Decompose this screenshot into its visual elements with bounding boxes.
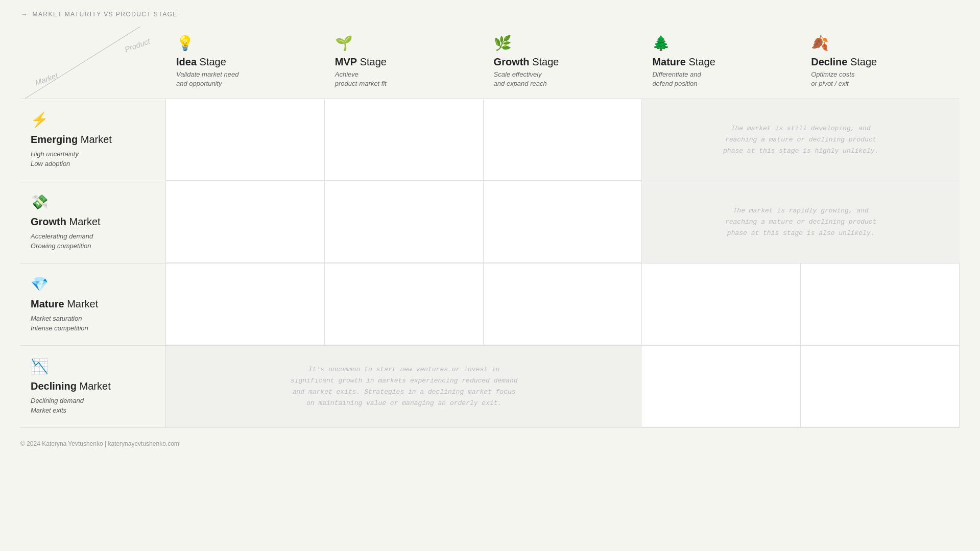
mature-stage-icon: 🌲 [652, 35, 670, 52]
growth-stage-icon: 🌿 [494, 35, 512, 52]
mature-market-icon: 💎 [31, 276, 155, 293]
idea-stage-title: Idea Stage [176, 56, 226, 68]
growth-stage-title: Growth Stage [494, 56, 559, 68]
mature-stage-subtitle: Differentiate anddefend position [652, 70, 701, 88]
col-header-idea: 💡 Idea Stage Validate market needand opp… [166, 27, 325, 99]
cell-declining-market-mature [642, 346, 801, 427]
cell-growth-market-growth [484, 181, 642, 263]
growth-market-shaded-text: The market is rapidly growing, andreachi… [715, 195, 887, 249]
col-header-mvp: 🌱 MVP Stage Achieveproduct-market fit [325, 27, 484, 99]
cell-mature-market-decline [801, 263, 960, 345]
emerging-market-subtitle: High uncertaintyLow adoption [31, 150, 155, 168]
cell-growth-market-shaded: The market is rapidly growing, andreachi… [642, 181, 960, 263]
row-header-mature-market: 💎 Mature Market Market saturationIntense… [20, 263, 166, 345]
declining-market-icon: 📉 [31, 358, 155, 375]
growth-market-title: Growth Market [31, 215, 155, 228]
growth-stage-subtitle: Scale effectivelyand expand reach [494, 70, 547, 88]
mature-market-subtitle: Market saturationIntense competition [31, 314, 155, 332]
row-mature-market: 💎 Mature Market Market saturationIntense… [20, 263, 960, 345]
header-row: Product Market 💡 Idea Stage Validate mar… [20, 27, 960, 99]
page-title-bar: → MARKET MATURITY VS PRODUCT STAGE [20, 10, 960, 18]
mature-stage-title: Mature Stage [652, 56, 715, 68]
row-header-growth-market: 💸 Growth Market Accelerating demandGrowi… [20, 181, 166, 263]
mvp-stage-subtitle: Achieveproduct-market fit [335, 70, 387, 88]
emerging-market-title: Emerging Market [31, 133, 155, 146]
emerging-market-icon: ⚡ [31, 111, 155, 128]
cell-mature-market-idea [166, 263, 325, 345]
cell-growth-market-idea [166, 181, 325, 263]
page-title: MARKET MATURITY VS PRODUCT STAGE [32, 11, 177, 18]
decline-stage-icon: 🍂 [811, 35, 829, 52]
page-container: → MARKET MATURITY VS PRODUCT STAGE Produ… [20, 10, 960, 447]
cell-emerging-idea [166, 99, 325, 181]
cell-emerging-growth [484, 99, 642, 181]
cell-emerging-shaded: The market is still developing, andreach… [642, 99, 960, 181]
col-header-growth: 🌿 Growth Stage Scale effectivelyand expa… [484, 27, 642, 99]
corner-cell: Product Market [20, 27, 166, 99]
row-header-declining-market: 📉 Declining Market Declining demandMarke… [20, 346, 166, 427]
row-growth-market: 💸 Growth Market Accelerating demandGrowi… [20, 181, 960, 263]
col-header-mature: 🌲 Mature Stage Differentiate anddefend p… [642, 27, 801, 99]
cell-mature-market-mvp [325, 263, 484, 345]
matrix-wrapper: Product Market 💡 Idea Stage Validate mar… [20, 27, 960, 428]
row-declining-market: 📉 Declining Market Declining demandMarke… [20, 345, 960, 428]
declining-market-title: Declining Market [31, 380, 155, 392]
row-header-emerging: ⚡ Emerging Market High uncertaintyLow ad… [20, 99, 166, 181]
arrow-icon: → [20, 10, 28, 18]
footer: © 2024 Kateryna Yevtushenko | katerynaye… [20, 440, 960, 447]
cell-mature-market-growth [484, 263, 642, 345]
mvp-stage-icon: 🌱 [335, 35, 353, 52]
declining-market-shaded-text: It's uncommon to start new ventures or i… [280, 354, 528, 419]
decline-stage-subtitle: Optimize costsor pivot / exit [811, 70, 854, 88]
cell-emerging-mvp [325, 99, 484, 181]
cell-mature-market-mature [642, 263, 801, 345]
cell-declining-market-decline [801, 346, 960, 427]
row-emerging: ⚡ Emerging Market High uncertaintyLow ad… [20, 99, 960, 181]
footer-text: © 2024 Kateryna Yevtushenko | katerynaye… [20, 440, 179, 447]
idea-stage-subtitle: Validate market needand opportunity [176, 70, 238, 88]
mvp-stage-title: MVP Stage [335, 56, 387, 68]
declining-market-subtitle: Declining demandMarket exits [31, 396, 155, 415]
growth-market-subtitle: Accelerating demandGrowing competition [31, 232, 155, 250]
cell-growth-market-mvp [325, 181, 484, 263]
decline-stage-title: Decline Stage [811, 56, 877, 68]
corner-line [20, 27, 166, 99]
emerging-shaded-text: The market is still developing, andreach… [713, 113, 889, 167]
col-header-decline: 🍂 Decline Stage Optimize costsor pivot /… [801, 27, 960, 99]
corner-diagonal [20, 27, 166, 99]
cell-declining-market-shaded: It's uncommon to start new ventures or i… [166, 346, 642, 427]
growth-market-icon: 💸 [31, 194, 155, 210]
mature-market-title: Mature Market [31, 298, 155, 310]
idea-stage-icon: 💡 [176, 35, 194, 52]
